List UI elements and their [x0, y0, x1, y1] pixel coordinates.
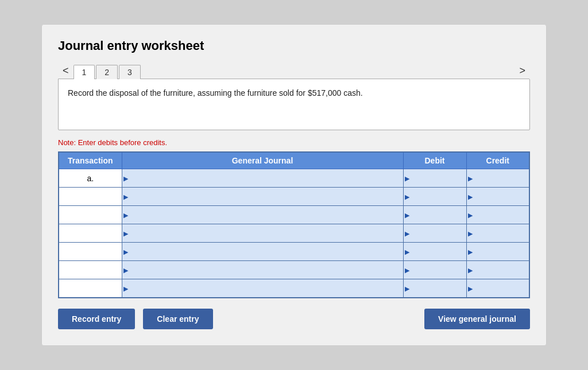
credit-cell-2[interactable]: ▶ [466, 206, 529, 224]
tab-3[interactable]: 3 [119, 65, 141, 79]
debit-arrow-icon-6: ▶ [405, 285, 409, 292]
debit-arrow-icon-1: ▶ [405, 193, 409, 200]
prev-arrow[interactable]: < [58, 63, 74, 79]
debit-cell-2[interactable]: ▶ [403, 206, 466, 224]
transaction-cell-5 [59, 261, 122, 279]
general-journal-input-0[interactable] [122, 169, 403, 187]
credit-cell-6[interactable]: ▶ [466, 279, 529, 298]
view-general-journal-button[interactable]: View general journal [424, 309, 530, 329]
record-entry-button[interactable]: Record entry [58, 309, 135, 329]
debit-arrow-icon-5: ▶ [405, 266, 409, 274]
credit-input-6[interactable] [467, 279, 529, 297]
debit-arrow-icon-2: ▶ [405, 211, 409, 219]
table-row: ▶▶▶ [59, 261, 529, 279]
credit-arrow-icon-5: ▶ [468, 266, 473, 274]
general-journal-input-2[interactable] [122, 206, 403, 224]
header-credit: Credit [466, 152, 529, 169]
clear-entry-button[interactable]: Clear entry [143, 309, 212, 329]
credit-cell-3[interactable]: ▶ [466, 224, 529, 243]
general-journal-cell-1[interactable]: ▶ [122, 188, 403, 206]
table-row: ▶▶▶ [59, 243, 529, 261]
row-arrow-icon-1: ▶ [123, 193, 128, 200]
general-journal-cell-2[interactable]: ▶ [122, 206, 403, 224]
general-journal-input-3[interactable] [122, 224, 403, 242]
next-arrow[interactable]: > [514, 63, 530, 79]
debit-cell-1[interactable]: ▶ [403, 188, 466, 206]
row-arrow-icon-6: ▶ [123, 285, 128, 292]
credit-input-1[interactable] [467, 188, 529, 205]
debit-cell-3[interactable]: ▶ [403, 224, 466, 243]
credit-arrow-icon-1: ▶ [468, 193, 473, 200]
journal-table: Transaction General Journal Debit Credit… [58, 151, 530, 298]
general-journal-input-4[interactable] [122, 243, 403, 260]
debit-input-5[interactable] [404, 261, 466, 279]
credit-arrow-icon-0: ▶ [468, 174, 473, 182]
tabs-navigation: < 1 2 3 > [58, 63, 530, 79]
debit-cell-4[interactable]: ▶ [403, 243, 466, 261]
general-journal-cell-6[interactable]: ▶ [122, 279, 403, 298]
table-row: ▶▶▶ [59, 224, 529, 243]
debit-arrow-icon-0: ▶ [405, 174, 409, 182]
debit-arrow-icon-3: ▶ [405, 229, 409, 237]
general-journal-input-5[interactable] [122, 261, 403, 279]
general-journal-cell-3[interactable]: ▶ [122, 224, 403, 243]
transaction-cell-6 [59, 279, 122, 298]
debit-arrow-icon-4: ▶ [405, 248, 409, 255]
debit-cell-0[interactable]: ▶ [403, 169, 466, 188]
row-arrow-icon-2: ▶ [123, 211, 128, 219]
transaction-cell-2 [59, 206, 122, 224]
table-row: ▶▶▶ [59, 206, 529, 224]
debit-input-4[interactable] [404, 243, 466, 260]
tab-1[interactable]: 1 [74, 65, 95, 79]
credit-input-3[interactable] [467, 224, 529, 242]
debit-input-2[interactable] [404, 206, 466, 224]
credit-arrow-icon-4: ▶ [468, 248, 473, 255]
credit-input-5[interactable] [467, 261, 529, 279]
header-general: General Journal [122, 152, 403, 169]
transaction-cell-3 [59, 224, 122, 243]
header-transaction: Transaction [59, 152, 122, 169]
transaction-cell-4 [59, 243, 122, 261]
credit-cell-1[interactable]: ▶ [466, 188, 529, 206]
debit-cell-6[interactable]: ▶ [403, 279, 466, 298]
debit-cell-5[interactable]: ▶ [403, 261, 466, 279]
debit-input-1[interactable] [404, 188, 466, 205]
credit-cell-4[interactable]: ▶ [466, 243, 529, 261]
general-journal-cell-5[interactable]: ▶ [122, 261, 403, 279]
table-row: ▶▶▶ [59, 279, 529, 298]
buttons-row: Record entry Clear entry View general jo… [58, 309, 530, 329]
credit-arrow-icon-6: ▶ [468, 285, 473, 292]
debit-input-3[interactable] [404, 224, 466, 242]
row-arrow-icon-3: ▶ [123, 229, 128, 237]
transaction-cell-1 [59, 188, 122, 206]
tabs-list: 1 2 3 [74, 65, 142, 79]
general-journal-cell-4[interactable]: ▶ [122, 243, 403, 261]
note-text: Note: Enter debits before credits. [58, 138, 530, 147]
tab-2[interactable]: 2 [96, 65, 118, 79]
credit-arrow-icon-2: ▶ [468, 211, 473, 219]
instruction-box: Record the disposal of the furniture, as… [58, 79, 530, 130]
row-arrow-icon-0: ▶ [123, 174, 128, 182]
credit-input-4[interactable] [467, 243, 529, 260]
instruction-text: Record the disposal of the furniture, as… [68, 88, 363, 98]
page-title: Journal entry worksheet [58, 38, 530, 53]
general-journal-cell-0[interactable]: ▶ [122, 169, 403, 188]
debit-input-6[interactable] [404, 279, 466, 297]
table-row: ▶▶▶ [59, 188, 529, 206]
credit-input-0[interactable] [467, 169, 529, 187]
credit-cell-0[interactable]: ▶ [466, 169, 529, 188]
general-journal-input-6[interactable] [122, 279, 403, 297]
row-arrow-icon-4: ▶ [123, 248, 128, 255]
transaction-cell-0: a. [59, 169, 122, 188]
general-journal-input-1[interactable] [122, 188, 403, 205]
credit-arrow-icon-3: ▶ [468, 229, 473, 237]
worksheet-container: Journal entry worksheet < 1 2 3 > Record… [41, 24, 547, 346]
credit-cell-5[interactable]: ▶ [466, 261, 529, 279]
credit-input-2[interactable] [467, 206, 529, 224]
debit-input-0[interactable] [404, 169, 466, 187]
header-debit: Debit [403, 152, 466, 169]
table-row: a.▶▶▶ [59, 169, 529, 188]
row-arrow-icon-5: ▶ [123, 266, 128, 274]
